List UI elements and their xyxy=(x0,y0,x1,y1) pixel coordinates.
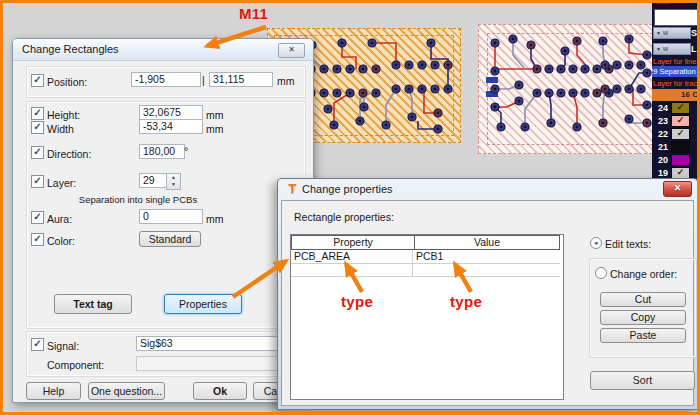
layer-swatch[interactable]: ✓ xyxy=(671,102,690,114)
chevron-down-icon: ▼ xyxy=(656,46,661,52)
layer-panel-ghost-text: ~~~~ xyxy=(656,0,670,6)
one-question-button[interactable]: One question... xyxy=(88,382,165,400)
layer-swatch[interactable] xyxy=(671,154,690,166)
direction-label: Direction: xyxy=(47,148,91,160)
pcb-right-artwork xyxy=(479,25,661,153)
spinner-up-icon[interactable]: ▲ xyxy=(171,174,176,180)
layer-info-line-2: Layer for trac xyxy=(653,79,700,88)
pcb-layout-right[interactable] xyxy=(478,24,662,154)
layer-number: 24 xyxy=(652,103,668,113)
position-label: Position: xyxy=(47,76,87,88)
dialog-title: Change Rectangles xyxy=(22,43,119,55)
edit-texts-label: Edit texts: xyxy=(605,238,651,250)
height-field[interactable]: 32,0675 xyxy=(139,105,203,120)
layer-label: Layer: xyxy=(47,177,76,189)
rectangle-properties-label: Rectangle properties: xyxy=(294,211,394,223)
layer-number: 22 xyxy=(652,129,668,139)
layer-swatch[interactable]: ✓ xyxy=(671,128,690,140)
close-icon[interactable]: ✕ xyxy=(663,181,692,197)
dropdown-letter: S xyxy=(691,28,700,38)
standard-color-button[interactable]: Standard xyxy=(139,231,201,247)
value-cell[interactable]: PCB1 xyxy=(413,250,560,263)
properties-button[interactable]: Properties xyxy=(164,294,242,314)
aura-checkbox[interactable]: ✓ xyxy=(31,211,44,224)
cut-button[interactable]: Cut xyxy=(600,292,686,307)
height-checkbox[interactable]: ✓ xyxy=(31,107,44,120)
color-checkbox[interactable]: ✓ xyxy=(31,233,44,246)
layer-number: 20 xyxy=(652,155,668,165)
layer-copper-row[interactable]: 16 C xyxy=(652,89,700,101)
paste-button[interactable]: Paste xyxy=(600,328,686,343)
height-unit: mm xyxy=(206,109,224,121)
dropdown-letter: L xyxy=(691,44,700,54)
position-unit: mm xyxy=(277,75,295,87)
width-checkbox[interactable]: ✓ xyxy=(31,121,44,134)
layer-spinner[interactable]: ▲ ▼ xyxy=(166,173,181,190)
position-y-field[interactable]: 31,115 xyxy=(209,72,273,87)
direction-checkbox[interactable]: ✓ xyxy=(31,146,44,159)
layer-checkbox[interactable]: ✓ xyxy=(31,175,44,188)
change-order-label: Change order: xyxy=(610,268,677,280)
properties-table[interactable]: Property Value PCB_AREA PCB1 xyxy=(290,234,564,400)
change-rectangles-dialog: Change Rectangles ✕ ✓ Position: -1,905 |… xyxy=(12,38,314,403)
layer-number: 21 xyxy=(652,142,668,152)
layer-swatch[interactable]: ✓ xyxy=(671,115,690,127)
layer-panel-input[interactable] xyxy=(654,9,699,26)
target3001-workspace: ~~~~ ▼w S ▼w L Layer for line 29 Separat… xyxy=(0,0,700,415)
signal-field[interactable]: Sig$63 xyxy=(136,336,294,351)
position-checkbox[interactable]: ✓ xyxy=(31,74,44,87)
layer-row-22[interactable]: 22 ✓ xyxy=(652,127,700,140)
aura-label: Aura: xyxy=(47,213,72,225)
layer-swatch[interactable] xyxy=(671,141,690,153)
signal-checkbox[interactable]: ✓ xyxy=(31,338,44,351)
chevron-down-icon: ▼ xyxy=(656,30,661,36)
dropdown-mini-label: w xyxy=(663,45,668,52)
width-label: Width xyxy=(47,123,74,135)
layer-field[interactable]: 29 xyxy=(139,173,169,188)
close-icon[interactable]: ✕ xyxy=(278,43,305,58)
layer-dropdown-layer[interactable]: ▼w L xyxy=(653,42,700,55)
change-properties-titlebar[interactable]: T Change properties ✕ xyxy=(281,179,694,200)
direction-field[interactable]: 180,00 xyxy=(139,144,185,159)
direction-unit: ° xyxy=(184,145,188,157)
layer-row-23[interactable]: 23 ✓ xyxy=(652,114,700,127)
change-order-radio[interactable] xyxy=(595,267,607,279)
ok-button[interactable]: Ok xyxy=(193,382,247,400)
layer-panel: ~~~~ ▼w S ▼w L Layer for line 29 Separat… xyxy=(652,0,700,186)
layer-row-20[interactable]: 20 xyxy=(652,153,700,166)
table-row[interactable] xyxy=(291,263,560,277)
header-property: Property xyxy=(292,236,415,249)
aura-unit: mm xyxy=(206,213,224,225)
layer-selected-row[interactable]: 29 Separation xyxy=(652,66,700,77)
dialog-title: Change properties xyxy=(302,183,393,195)
copy-button[interactable]: Copy xyxy=(600,310,686,325)
property-cell[interactable] xyxy=(291,263,413,276)
layer-row-24[interactable]: 24 ✓ xyxy=(652,101,700,114)
layer-info-line-1: Layer for line xyxy=(653,57,700,66)
component-field xyxy=(136,356,294,371)
value-cell[interactable] xyxy=(413,263,560,276)
properties-table-header: Property Value xyxy=(291,235,560,250)
layer-number: 19 xyxy=(652,168,668,178)
width-unit: mm xyxy=(206,123,224,135)
aura-field[interactable]: 0 xyxy=(139,209,203,224)
dropdown-mini-label: w xyxy=(663,29,668,36)
sort-button[interactable]: Sort xyxy=(590,371,695,390)
table-row[interactable]: PCB_AREA PCB1 xyxy=(291,250,560,264)
spinner-down-icon[interactable]: ▼ xyxy=(171,181,176,187)
layer-dropdown-signal[interactable]: ▼w S xyxy=(653,26,700,39)
property-cell[interactable]: PCB_AREA xyxy=(291,250,413,263)
position-x-field[interactable]: -1,905 xyxy=(131,72,201,87)
text-tag-button[interactable]: Text tag xyxy=(54,294,132,314)
header-value: Value xyxy=(415,236,559,249)
change-rectangles-titlebar[interactable]: Change Rectangles ✕ xyxy=(13,39,313,61)
component-label: Component: xyxy=(47,359,104,371)
color-label: Color: xyxy=(47,235,75,247)
signal-label: Signal: xyxy=(47,340,79,352)
edit-texts-radio[interactable]: ● xyxy=(590,237,602,249)
width-field[interactable]: -53,34 xyxy=(139,119,203,134)
layer-row-21[interactable]: 21 xyxy=(652,140,700,153)
target-app-icon: T xyxy=(286,182,299,196)
layer-swatch[interactable]: ✓ xyxy=(671,167,690,179)
help-button[interactable]: Help xyxy=(26,382,81,400)
